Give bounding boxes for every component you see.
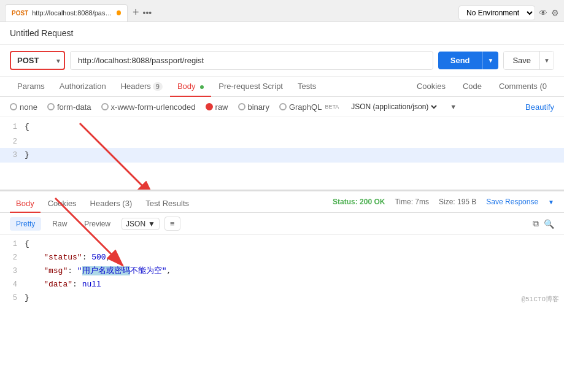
resp-line-num-4: 4 <box>0 278 25 291</box>
status-text: Status: 200 OK <box>333 198 385 206</box>
resp-line-3: 3 "msg": "用户名或密码不能为空", <box>0 264 564 278</box>
body-raw-label: raw <box>215 102 228 112</box>
response-status-bar: Status: 200 OK Time: 7ms Size: 195 B Sav… <box>333 198 554 210</box>
save-response-button[interactable]: Save Response <box>486 198 538 206</box>
resp-tab-test-results[interactable]: Test Results <box>139 195 195 213</box>
resp-line-content-5: } <box>25 291 29 305</box>
resp-tab-cookies[interactable]: Cookies <box>42 195 83 213</box>
resp-type-select-wrap[interactable]: JSON ▼ <box>122 218 160 230</box>
method-select-wrapper: POST GET PUT DELETE ▼ <box>10 51 65 70</box>
resp-raw-button[interactable]: Raw <box>46 217 73 231</box>
send-dropdown-button[interactable]: ▼ <box>482 52 499 69</box>
new-tab-button[interactable]: + <box>133 6 139 19</box>
body-binary-radio <box>238 103 245 110</box>
resp-line-1: 1 { <box>0 237 564 251</box>
body-form-data-label: form-data <box>57 102 91 112</box>
json-val-status: 500 <box>91 253 106 262</box>
tab-tests[interactable]: Tests <box>290 77 323 97</box>
body-graphql-option[interactable]: GraphQL BETA <box>279 102 339 112</box>
tab-body[interactable]: Body <box>170 77 211 97</box>
url-input[interactable] <box>70 51 433 70</box>
body-binary-option[interactable]: binary <box>238 102 269 112</box>
tab-headers[interactable]: Headers9 <box>114 77 170 97</box>
request-tabs: Params Authorization Headers9 Body Pre-r… <box>0 77 564 97</box>
resp-line-num-2: 2 <box>0 251 25 264</box>
code-line-2: 2 <box>0 134 564 148</box>
line-num-2: 2 <box>0 134 22 148</box>
body-raw-option[interactable]: raw <box>206 102 228 112</box>
resp-line-5: 5 } <box>0 291 564 305</box>
send-button[interactable]: Send <box>438 52 482 69</box>
save-button[interactable]: Save <box>504 52 539 69</box>
line-content-3: } <box>22 148 32 163</box>
msg-highlight: 用户名或密码 <box>82 266 130 275</box>
resp-line-content-1: { <box>25 237 29 251</box>
line-content-1: { <box>22 120 32 134</box>
body-urlencoded-option[interactable]: x-www-form-urlencoded <box>101 102 196 112</box>
json-type-caret: ▼ <box>450 103 457 110</box>
body-type-bar: none form-data x-www-form-urlencoded raw… <box>0 97 564 117</box>
save-response-caret-icon: ▼ <box>548 199 554 206</box>
response-tabs-bar: Body Cookies Headers (3) Test Results St… <box>0 191 564 213</box>
browser-tab-bar: POST http://localhost:8088/passport... +… <box>0 0 564 22</box>
env-dropdown[interactable]: No Environment <box>458 6 535 20</box>
tab-cookies[interactable]: Cookies <box>409 77 453 97</box>
line-num-3: 3 <box>0 148 22 161</box>
resp-line-content-4: "data": null <box>25 278 101 291</box>
resp-copy-button[interactable]: ⧉ <box>533 218 539 229</box>
code-line-1: 1 { <box>0 120 564 134</box>
json-key-status: "status" <box>44 253 82 262</box>
json-val-data: null <box>82 280 101 289</box>
resp-wrap-button[interactable]: ≡ <box>164 217 180 231</box>
send-button-group: Send ▼ <box>438 52 499 69</box>
browser-tab[interactable]: POST http://localhost:8088/passport... <box>5 4 128 21</box>
body-none-option[interactable]: none <box>10 102 37 112</box>
resp-tab-body[interactable]: Body <box>10 195 41 213</box>
tab-right-group: Cookies Code Comments (0 <box>409 77 554 96</box>
body-graphql-radio <box>279 103 287 110</box>
body-graphql-label: GraphQL <box>289 102 322 112</box>
body-form-data-radio <box>47 103 55 110</box>
resp-preview-button[interactable]: Preview <box>78 217 117 231</box>
eye-button[interactable]: 👁 <box>539 8 547 18</box>
resp-line-content-2: "status": 500, <box>25 251 110 264</box>
resp-search-button[interactable]: 🔍 <box>544 219 554 229</box>
request-title: Untitled Request <box>10 28 74 38</box>
json-type-select[interactable]: JSON (application/json) <box>349 102 439 112</box>
tab-params[interactable]: Params <box>10 77 52 97</box>
method-select[interactable]: POST GET PUT DELETE <box>10 51 65 70</box>
body-active-dot <box>200 85 204 89</box>
body-form-data-option[interactable]: form-data <box>47 102 91 112</box>
body-raw-radio <box>206 103 213 110</box>
response-section: Body Cookies Headers (3) Test Results St… <box>0 191 564 309</box>
resp-line-num-3: 3 <box>0 264 25 278</box>
url-bar: POST GET PUT DELETE ▼ Send ▼ Save ▼ <box>0 45 564 77</box>
save-button-group: Save ▼ <box>503 51 554 70</box>
resp-tab-headers[interactable]: Headers (3) <box>84 195 139 213</box>
json-val-msg: "用户名或密码不能为空" <box>77 266 167 275</box>
resp-pretty-button[interactable]: Pretty <box>10 217 41 231</box>
resp-line-num-1: 1 <box>0 237 25 251</box>
tab-body-label: Body <box>177 82 196 91</box>
beautify-button[interactable]: Beautify <box>525 102 554 112</box>
body-none-radio <box>10 103 17 110</box>
body-none-label: none <box>20 102 37 112</box>
tab-pre-request[interactable]: Pre-request Script <box>211 77 290 97</box>
resp-line-content-3: "msg": "用户名或密码不能为空", <box>25 264 171 278</box>
body-urlencoded-radio <box>101 103 109 110</box>
time-text: Time: 7ms <box>395 198 429 206</box>
json-key-msg: "msg" <box>44 266 68 275</box>
graphql-beta-badge: BETA <box>325 104 339 110</box>
resp-type-label: JSON <box>126 220 145 228</box>
headers-badge: 9 <box>153 82 163 91</box>
settings-button[interactable]: ⚙ <box>551 8 559 18</box>
tab-code[interactable]: Code <box>455 77 489 97</box>
tab-comments[interactable]: Comments (0 <box>492 77 554 97</box>
code-line-3: 3 } <box>0 148 564 163</box>
tab-authorization[interactable]: Authorization <box>52 77 114 97</box>
more-tabs-button[interactable]: ••• <box>143 8 152 18</box>
save-dropdown-button[interactable]: ▼ <box>539 52 554 69</box>
resp-line-2: 2 "status": 500, <box>0 251 564 264</box>
request-body-editor[interactable]: 1 { 2 3 } <box>0 117 564 191</box>
request-title-bar: Untitled Request <box>0 22 564 45</box>
